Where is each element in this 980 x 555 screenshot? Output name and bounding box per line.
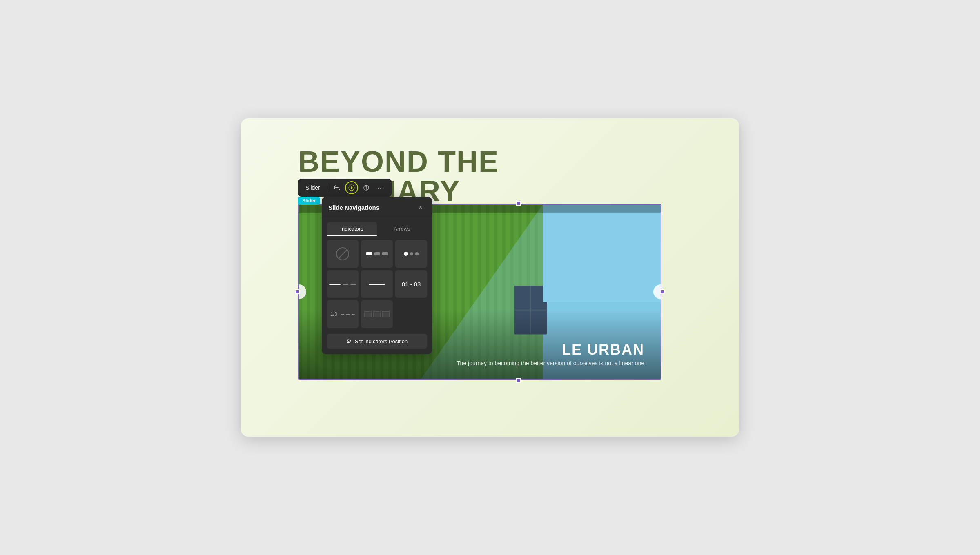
resize-handle-left[interactable] [295,289,300,294]
toolbar-label: Slider [302,184,323,191]
toolbar-navigation-btn[interactable] [345,181,358,194]
text-lines-inner [341,314,355,315]
circle-dots-preview [404,252,419,256]
indicator-lines-alt[interactable] [327,270,359,298]
toolbar-layers-btn[interactable] [360,181,373,194]
app-window: BEYOND THE ORDINARY Slider [241,118,739,437]
svg-rect-1 [335,185,336,186]
thumbnails-preview [364,311,390,317]
tl-line3 [352,314,355,315]
breadcrumb: Slider › [298,197,324,205]
set-indicators-label: Set Indicators Position [355,338,408,344]
set-indicators-icon: ⚙ [346,338,352,344]
text-num-preview: 1/3 [330,311,337,317]
canvas-area: BEYOND THE ORDINARY Slider [241,118,739,437]
line-alt-active [329,284,341,285]
line-active [369,284,385,285]
none-icon [336,247,349,260]
indicator-text-lines[interactable]: 1/3 [327,300,359,328]
panel-title: Slide Navigations [328,204,379,211]
resize-handle-right[interactable] [660,289,665,294]
indicator-square-dots[interactable] [361,240,393,268]
toolbar: Slider [298,179,392,197]
breadcrumb-slider[interactable]: Slider [298,197,320,205]
indicator-circle-dots[interactable] [395,240,427,268]
toolbar-adjust-btn[interactable] [330,181,343,194]
indicator-lines[interactable] [361,270,393,298]
svg-rect-2 [335,187,339,188]
panel-header: Slide Navigations × [322,197,432,218]
dot-active [366,252,372,255]
svg-rect-0 [334,186,335,189]
lines-preview [369,284,385,285]
thumb2 [373,311,381,317]
tab-arrows[interactable]: Arrows [377,222,427,236]
nav-panel: Slide Navigations × Indicators Arrows [322,197,432,354]
line-alt-inactive2 [350,284,356,285]
slide-subtitle: The journey to becoming the better versi… [457,360,644,366]
toolbar-divider [327,184,327,192]
slider-overlay-text: LE URBAN The journey to becoming the bet… [457,341,644,366]
dot-inactive [374,252,380,255]
svg-rect-3 [337,189,338,189]
heading-line1: BEYOND THE [298,147,499,176]
panel-tabs: Indicators Arrows [322,218,432,236]
panel-close-btn[interactable]: × [416,202,425,212]
square-dots-preview [366,252,388,255]
indicators-grid: 01 - 03 1/3 [322,236,432,332]
indicator-number[interactable]: 01 - 03 [395,270,427,298]
tab-indicators[interactable]: Indicators [327,222,377,236]
text-lines-preview: 1/3 [330,311,355,317]
dot-inactive2 [382,252,388,255]
resize-handle-top[interactable] [516,201,521,206]
svg-rect-5 [339,189,340,190]
slide-title: LE URBAN [457,341,644,358]
thumb1 [364,311,372,317]
thumb3 [382,311,390,317]
circle-dot-active [404,252,408,256]
resize-handle-bottom[interactable] [516,378,521,383]
number-counter-preview: 01 - 03 [402,281,421,288]
tl-line1 [341,314,344,315]
indicator-thumbnails[interactable] [361,300,393,328]
indicator-none[interactable] [327,240,359,268]
toolbar-more-btn[interactable]: ··· [374,181,388,194]
svg-rect-4 [335,189,337,189]
lines-alt-preview [329,284,356,285]
more-dots-icon: ··· [377,184,385,192]
circle-dot-inactive1 [410,252,413,255]
set-indicators-btn[interactable]: ⚙ Set Indicators Position [327,334,427,349]
line-alt-inactive1 [343,284,348,285]
tl-line2 [346,314,350,315]
circle-dot-inactive2 [415,252,419,255]
